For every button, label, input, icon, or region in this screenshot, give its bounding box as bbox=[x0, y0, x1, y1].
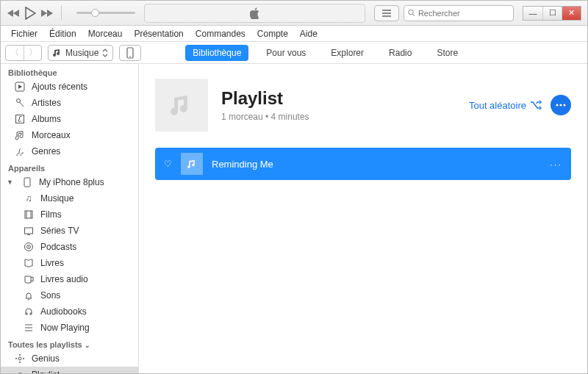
menu-edit[interactable]: Édition bbox=[43, 29, 82, 39]
sidebar-device[interactable]: ▼My iPhone 8plus bbox=[1, 174, 138, 190]
track-more-button[interactable]: ··· bbox=[550, 159, 562, 170]
music-note-icon bbox=[168, 92, 195, 118]
list-icon bbox=[23, 322, 35, 334]
music-note-icon bbox=[186, 158, 198, 170]
tab-foryou[interactable]: Pour vous bbox=[259, 45, 313, 61]
sidebar-item-songs[interactable]: Morceaux bbox=[1, 127, 138, 143]
svg-point-20 bbox=[15, 358, 17, 359]
film-icon bbox=[23, 209, 35, 220]
back-button[interactable]: 〈 bbox=[6, 46, 24, 60]
recent-icon bbox=[14, 81, 26, 93]
phone-icon bbox=[21, 176, 33, 188]
sidebar-device-tv[interactable]: Séries TV bbox=[1, 223, 138, 239]
svg-point-21 bbox=[23, 358, 24, 359]
sidebar-device-tones[interactable]: Sons bbox=[1, 287, 138, 303]
track-artwork bbox=[181, 153, 203, 175]
tab-library[interactable]: Bibliothèque bbox=[185, 45, 248, 61]
menu-view[interactable]: Présentation bbox=[128, 29, 189, 39]
playlist-header: Playlist 1 morceau • 4 minutes Tout aléa… bbox=[155, 79, 571, 132]
menu-song[interactable]: Morceau bbox=[82, 29, 129, 39]
titlebar: — ☐ ✕ bbox=[1, 1, 587, 26]
love-button[interactable]: ♡ bbox=[164, 159, 172, 169]
close-button[interactable]: ✕ bbox=[562, 7, 581, 20]
sidebar-item-albums[interactable]: Albums bbox=[1, 111, 138, 127]
playlist-artwork[interactable] bbox=[155, 79, 208, 132]
sidebar-item-label: Séries TV bbox=[40, 226, 79, 236]
podcast-icon bbox=[23, 241, 35, 253]
menu-file[interactable]: Fichier bbox=[5, 29, 43, 39]
sidebar-item-label: Sons bbox=[40, 290, 60, 301]
tab-store[interactable]: Store bbox=[429, 45, 465, 61]
svg-point-23 bbox=[556, 104, 559, 107]
playlist-title: Playlist bbox=[221, 88, 456, 109]
source-picker-label: Musique bbox=[65, 48, 98, 58]
sidebar-playlist-genius[interactable]: Genius bbox=[1, 350, 138, 367]
volume-slider[interactable] bbox=[76, 12, 135, 14]
svg-point-19 bbox=[19, 362, 21, 363]
sidebar-playlist-playlist[interactable]: ♫Playlist bbox=[1, 367, 138, 374]
search-field[interactable] bbox=[404, 5, 514, 21]
svg-point-18 bbox=[19, 354, 21, 356]
tab-radio[interactable]: Radio bbox=[381, 45, 419, 61]
sidebar-device-music[interactable]: ♫Musique bbox=[1, 190, 138, 206]
sidebar-head-playlists[interactable]: Toutes les playlists ⌄ bbox=[1, 336, 138, 350]
svg-point-24 bbox=[560, 104, 562, 107]
nav-tabs: Bibliothèque Pour vous Explorer Radio St… bbox=[141, 45, 509, 61]
audiobook-icon bbox=[23, 273, 35, 285]
content-area: Playlist 1 morceau • 4 minutes Tout aléa… bbox=[139, 64, 587, 374]
device-button[interactable] bbox=[119, 45, 141, 61]
more-icon bbox=[556, 104, 566, 107]
svg-point-5 bbox=[17, 99, 21, 103]
svg-line-6 bbox=[20, 102, 24, 107]
rewind-button[interactable] bbox=[7, 9, 20, 18]
note-icon: ♫ bbox=[23, 193, 35, 204]
forward-button[interactable] bbox=[40, 9, 54, 18]
tab-browse[interactable]: Explorer bbox=[323, 45, 371, 61]
forward-nav-button[interactable]: 〉 bbox=[24, 46, 41, 60]
lcd-display bbox=[144, 4, 365, 23]
sidebar-item-label: Livres bbox=[40, 258, 64, 268]
search-input[interactable] bbox=[418, 9, 509, 18]
sidebar-device-movies[interactable]: Films bbox=[1, 206, 138, 223]
disclosure-triangle-icon[interactable]: ▼ bbox=[7, 179, 13, 186]
sidebar-item-artists[interactable]: Artistes bbox=[1, 95, 138, 111]
queue-button[interactable] bbox=[374, 5, 399, 21]
playlist-subtitle: 1 morceau • 4 minutes bbox=[221, 112, 456, 122]
tv-icon bbox=[23, 225, 35, 237]
sidebar-device-audiobooks[interactable]: Livres audio bbox=[1, 271, 138, 287]
svg-point-25 bbox=[564, 104, 566, 107]
album-icon bbox=[14, 113, 26, 125]
search-icon bbox=[408, 9, 415, 17]
sidebar-item-label: Podcasts bbox=[40, 242, 76, 252]
sidebar-item-label: Artistes bbox=[32, 98, 61, 108]
track-row[interactable]: ♡ Reminding Me ··· bbox=[155, 148, 571, 180]
sidebar-device-podcasts[interactable]: Podcasts bbox=[1, 239, 138, 255]
sidebar-head-devices: Appareils bbox=[1, 159, 138, 174]
note-icon bbox=[14, 129, 26, 141]
menu-controls[interactable]: Commandes bbox=[190, 29, 251, 39]
sidebar-item-label: Musique bbox=[40, 193, 74, 204]
headphones-icon bbox=[23, 306, 35, 317]
sidebar-device-audiobooks2[interactable]: Audiobooks bbox=[1, 303, 138, 320]
menu-help[interactable]: Aide bbox=[294, 29, 323, 39]
note-icon: ♫ bbox=[14, 369, 26, 374]
sidebar-item-label: Genres bbox=[32, 146, 60, 157]
sidebar-item-label: Playlist bbox=[32, 370, 60, 374]
sidebar-item-label: Genius bbox=[32, 353, 60, 364]
maximize-button[interactable]: ☐ bbox=[542, 7, 562, 20]
menu-account[interactable]: Compte bbox=[251, 29, 294, 39]
chevron-updown-icon bbox=[102, 48, 108, 57]
minimize-button[interactable]: — bbox=[523, 7, 542, 20]
sidebar-head-library: Bibliothèque bbox=[1, 64, 138, 79]
shuffle-all-button[interactable]: Tout aléatoire bbox=[469, 100, 542, 111]
genius-icon bbox=[14, 353, 26, 364]
sidebar-device-nowplaying[interactable]: Now Playing bbox=[1, 320, 138, 336]
sidebar-device-books[interactable]: Livres bbox=[1, 255, 138, 271]
source-picker[interactable]: Musique bbox=[48, 45, 113, 61]
playlist-more-button[interactable] bbox=[551, 95, 571, 115]
play-button[interactable] bbox=[24, 7, 36, 20]
sidebar-item-recent[interactable]: Ajouts récents bbox=[1, 79, 138, 95]
sidebar-item-genres[interactable]: Genres bbox=[1, 143, 138, 159]
chevron-down-icon: ⌄ bbox=[85, 342, 90, 349]
music-note-icon bbox=[53, 48, 62, 57]
